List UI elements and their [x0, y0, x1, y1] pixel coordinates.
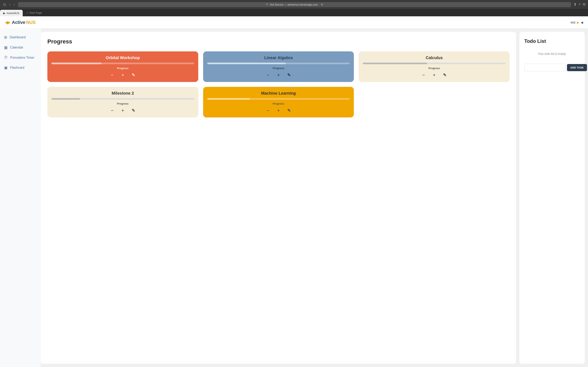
user-arrow-left: ◀: [581, 21, 583, 24]
logo-nus-text: NUS: [26, 20, 35, 25]
increment-linear[interactable]: +: [276, 72, 281, 78]
cards-grid: Orbital Workshop Progress − + ✎ Linear A…: [47, 51, 510, 117]
sidebar-item-dashboard[interactable]: ⊞ Dashboard: [0, 33, 41, 42]
browser-controls: ⊡ ‹ ›: [2, 2, 16, 7]
app-header: ◀ ▶ Active NUS test ▶ ◀: [0, 16, 588, 29]
card-actions-milestone: − + ✎: [52, 108, 194, 113]
decrement-calculus[interactable]: −: [421, 72, 426, 78]
sidebar-label-pomodoro: Pomodoro Timer: [10, 56, 34, 59]
card-actions-ml: − + ✎: [207, 108, 350, 113]
sidebar-label-dashboard: Dashboard: [9, 35, 26, 39]
edit-ml[interactable]: ✎: [286, 108, 292, 113]
card-orbital-workshop: Orbital Workshop Progress − + ✎: [47, 51, 198, 82]
calendar-icon: ▦: [4, 45, 8, 50]
tab-icon-activenus: ▶: [3, 12, 5, 15]
progress-fill-orbital: [52, 63, 102, 64]
sidebar-item-pomodoro[interactable]: ⏱ Pomodoro Timer: [0, 53, 41, 62]
url-text: Not Secure — activenus.herokuapp.com: [270, 3, 318, 6]
browser-actions: ⬆ + ⧉: [573, 2, 586, 7]
card-name-calculus: Calculus: [363, 55, 506, 60]
tab-startpage[interactable]: ☆ Start Page: [23, 9, 45, 16]
todo-input[interactable]: [524, 64, 565, 71]
sidebar-item-calendar[interactable]: ▦ Calendar: [0, 43, 41, 52]
progress-bar-calculus: [363, 63, 506, 64]
edit-milestone[interactable]: ✎: [130, 108, 136, 113]
card-name-machine-learning: Machine Learning: [207, 91, 350, 96]
todo-title: Todo List: [524, 38, 580, 44]
browser-chrome: ⊡ ‹ › 🛡 Not Secure — activenus.herokuapp…: [0, 0, 588, 9]
progress-label-milestone: Progress: [52, 102, 194, 105]
sidebar-toggle[interactable]: ⊡: [2, 2, 7, 7]
increment-orbital[interactable]: +: [120, 72, 126, 78]
card-name-milestone-2: Milestone 2: [52, 91, 194, 96]
progress-bar-ml: [207, 98, 350, 100]
increment-calculus[interactable]: +: [432, 72, 437, 78]
reload-icon[interactable]: ↻: [321, 3, 323, 6]
sidebar: ⊞ Dashboard ▦ Calendar ⏱ Pomodoro Timer …: [0, 29, 41, 367]
user-arrow-right: ▶: [577, 21, 579, 24]
progress-area: Progress Orbital Workshop Progress − + ✎: [41, 32, 516, 364]
username: test: [571, 21, 575, 24]
todo-empty-message: Your todo list is empty.: [524, 48, 580, 59]
progress-fill-milestone: [52, 98, 80, 100]
security-icon: 🛡: [266, 3, 268, 6]
sidebar-label-calendar: Calendar: [10, 46, 23, 49]
tab-bar: ▶ ActiveNUS ☆ Start Page: [0, 9, 588, 16]
card-name-orbital-workshop: Orbital Workshop: [52, 55, 194, 60]
card-linear-algebra: Linear Algebra Progress − + ✎: [203, 51, 354, 82]
share-icon[interactable]: ⬆: [573, 2, 577, 7]
progress-fill-calculus: [363, 63, 427, 64]
logo-active-text: Active: [12, 20, 25, 25]
star-icon: ☆: [26, 11, 29, 14]
card-milestone-2: Milestone 2 Progress − + ✎: [47, 87, 198, 117]
edit-calculus[interactable]: ✎: [442, 72, 448, 78]
card-name-linear-algebra: Linear Algebra: [207, 55, 350, 60]
edit-orbital[interactable]: ✎: [130, 72, 136, 78]
increment-ml[interactable]: +: [276, 108, 281, 113]
sidebar-item-flashcard[interactable]: ▣ Flashcard: [0, 63, 41, 72]
progress-title: Progress: [47, 38, 510, 45]
progress-bar-milestone: [52, 98, 194, 100]
progress-label-calculus: Progress: [363, 67, 506, 70]
timer-icon: ⏱: [4, 55, 8, 60]
card-actions-orbital: − + ✎: [52, 72, 194, 78]
progress-bar-orbital: [52, 63, 194, 64]
back-button[interactable]: ‹: [8, 2, 11, 7]
progress-fill-linear: [207, 63, 286, 64]
decrement-orbital[interactable]: −: [109, 72, 115, 78]
app: ◀ ▶ Active NUS test ▶ ◀ ⊞ Dashboard ▦ Ca…: [0, 16, 588, 367]
sidebar-label-flashcard: Flashcard: [10, 66, 24, 69]
decrement-ml[interactable]: −: [265, 108, 271, 113]
todo-input-row: ADD TASK: [524, 64, 580, 71]
tabs-icon[interactable]: ⧉: [583, 2, 586, 7]
user-section: test ▶ ◀: [571, 21, 583, 24]
progress-label-orbital: Progress: [52, 67, 194, 70]
flashcard-icon: ▣: [4, 66, 8, 70]
address-bar[interactable]: 🛡 Not Secure — activenus.herokuapp.com ↻: [18, 2, 571, 7]
progress-label-ml: Progress: [207, 102, 350, 105]
card-actions-linear: − + ✎: [207, 72, 350, 78]
new-tab-icon[interactable]: +: [579, 2, 581, 7]
decrement-linear[interactable]: −: [265, 72, 271, 78]
increment-milestone[interactable]: +: [120, 108, 126, 113]
progress-fill-ml: [207, 98, 250, 100]
card-calculus: Calculus Progress − + ✎: [359, 51, 510, 82]
logo: ◀ ▶ Active NUS: [5, 20, 36, 25]
tab-label-startpage: Start Page: [29, 11, 42, 14]
decrement-milestone[interactable]: −: [109, 108, 115, 113]
add-task-button[interactable]: ADD TASK: [567, 64, 587, 71]
todo-panel: Todo List Your todo list is empty. ADD T…: [519, 32, 585, 364]
card-machine-learning: Machine Learning Progress − + ✎: [203, 87, 354, 117]
tab-label-activenus: ActiveNUS: [7, 12, 19, 15]
progress-label-linear: Progress: [207, 67, 350, 70]
edit-linear[interactable]: ✎: [286, 72, 292, 78]
forward-button[interactable]: ›: [13, 2, 15, 7]
logo-right-arrow: ▶: [7, 20, 10, 25]
tab-activenus[interactable]: ▶ ActiveNUS: [0, 10, 23, 16]
progress-bar-linear: [207, 63, 350, 64]
main-content: ⊞ Dashboard ▦ Calendar ⏱ Pomodoro Timer …: [0, 29, 588, 367]
dashboard-icon: ⊞: [4, 35, 7, 40]
card-actions-calculus: − + ✎: [363, 72, 506, 78]
